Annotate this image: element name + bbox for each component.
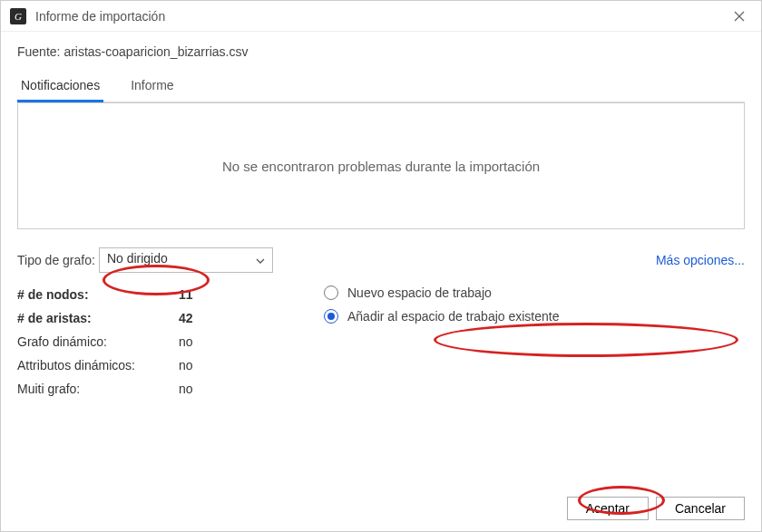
dyn-graph-label: Grafo dinámico: [17, 334, 179, 349]
graph-type-row: Tipo de grafo: No dirigido Más opciones.… [17, 247, 745, 273]
source-label: Fuente: [17, 44, 64, 59]
workspace-options: Nuevo espacio de trabajo Añadir al espac… [324, 285, 559, 396]
cancel-button[interactable]: Cancelar [656, 497, 745, 520]
radio-icon [324, 285, 338, 300]
app-icon: G [10, 8, 26, 24]
tab-report[interactable]: Informe [127, 73, 177, 102]
details-block: # de nodos: 11 # de aristas: 42 Grafo di… [17, 287, 745, 396]
notifications-panel: No se encontraron problemas durante la i… [17, 102, 745, 229]
radio-add-label: Añadir al espacio de trabajo existente [347, 309, 559, 324]
tab-notifications[interactable]: Notificaciones [17, 73, 103, 102]
radio-new-label: Nuevo espacio de trabajo [347, 285, 492, 300]
multi-graph-label: Muiti grafo: [17, 382, 179, 396]
dialog-window: G Informe de importación Fuente: aristas… [0, 0, 762, 532]
tabs: Notificaciones Informe [17, 72, 745, 102]
titlebar: G Informe de importación [1, 1, 761, 32]
dyn-graph-value: no [179, 334, 251, 349]
window-title: Informe de importación [35, 9, 727, 24]
source-value: aristas-coaparicion_bizarrias.csv [64, 44, 248, 59]
nodes-label: # de nodos: [17, 287, 179, 302]
stats-grid: # de nodos: 11 # de aristas: 42 Grafo di… [17, 287, 251, 396]
footer-buttons: Aceptar Cancelar [17, 479, 745, 520]
radio-icon-checked [324, 309, 338, 324]
nodes-value: 11 [179, 287, 251, 302]
more-options-link[interactable]: Más opciones... [656, 253, 745, 267]
close-icon[interactable] [727, 4, 752, 29]
edges-label: # de aristas: [17, 311, 179, 325]
dialog-content: Fuente: aristas-coaparicion_bizarrias.cs… [1, 32, 761, 531]
source-row: Fuente: aristas-coaparicion_bizarrias.cs… [17, 44, 745, 59]
graph-type-label: Tipo de grafo: [17, 253, 95, 267]
radio-new-workspace[interactable]: Nuevo espacio de trabajo [324, 285, 559, 300]
dyn-attrs-label: Attributos dinámicos: [17, 358, 179, 372]
panel-message: No se encontraron problemas durante la i… [222, 159, 540, 174]
radio-add-workspace[interactable]: Añadir al espacio de trabajo existente [324, 309, 559, 324]
multi-graph-value: no [179, 382, 251, 396]
graph-type-selected: No dirigido [99, 247, 273, 273]
dyn-attrs-value: no [179, 358, 251, 372]
graph-type-select[interactable]: No dirigido [99, 247, 273, 273]
ok-button[interactable]: Aceptar [567, 497, 649, 520]
edges-value: 42 [179, 311, 251, 325]
